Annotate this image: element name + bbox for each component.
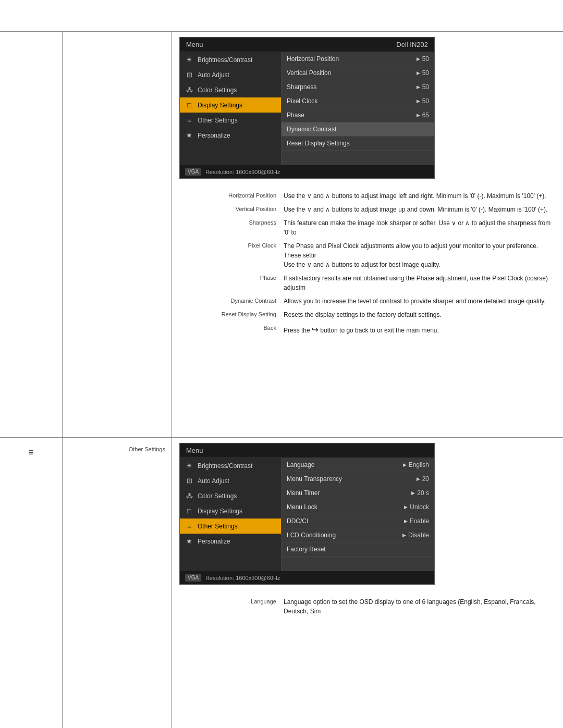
desc-label: Sharpness bbox=[179, 218, 284, 237]
osd-menu-icon: ≡ bbox=[185, 116, 193, 124]
osd-left-panel-2: ☀ Brightness/Contrast⊡ Auto Adjust⁂ Colo… bbox=[180, 458, 282, 571]
osd-right-label: Reset Display Settings bbox=[287, 140, 350, 147]
osd-menu-item[interactable]: ⁂ Color Settings bbox=[180, 82, 281, 97]
osd-menu-item[interactable]: ≡ Other Settings bbox=[180, 519, 281, 534]
osd-menu-1: Menu Dell IN202 ☀ Brightness/Contrast⊡ A… bbox=[179, 37, 435, 179]
desc-text: Use the ∨ and ∧ buttons to adjust image … bbox=[284, 205, 556, 214]
osd-menu-item[interactable]: □ Display Settings bbox=[180, 503, 281, 519]
osd-model-1: Dell IN202 bbox=[396, 41, 428, 48]
osd-right-label: Menu Lock bbox=[287, 503, 317, 511]
osd-right-label: Pixel Clock bbox=[287, 97, 317, 105]
osd-menu-icon: ★ bbox=[185, 131, 193, 139]
other-settings-section: ≡ Other Settings Menu ☀ Brightness/Contr… bbox=[0, 438, 563, 728]
osd-right-item: Horizontal Position▶ 50 bbox=[282, 52, 434, 66]
desc-label: Vertical Position bbox=[179, 205, 284, 214]
osd-right-label: Sharpness bbox=[287, 83, 316, 91]
osd-menu-label: Personalize bbox=[198, 538, 230, 545]
osd-menu-item[interactable]: ⊡ Auto Adjust bbox=[180, 67, 281, 82]
desc-text: This feature can make the image look sha… bbox=[284, 218, 556, 237]
osd-right-label: Factory Reset bbox=[287, 546, 326, 553]
osd-right-item: Vertical Position▶ 50 bbox=[282, 66, 434, 80]
osd-right-item: Phase▶ 65 bbox=[282, 108, 434, 122]
osd-menu-item[interactable]: ★ Personalize bbox=[180, 128, 281, 143]
desc-section-1: Horizontal PositionUse the ∨ and ∧ butto… bbox=[179, 189, 556, 338]
osd-menu-icon: ★ bbox=[185, 537, 193, 545]
osd-right-label: LCD Conditioning bbox=[287, 532, 336, 539]
desc-label: Horizontal Position bbox=[179, 191, 284, 201]
osd-menu-2: Menu ☀ Brightness/Contrast⊡ Auto Adjust⁂… bbox=[179, 443, 435, 585]
other-settings-icon: ≡ bbox=[28, 447, 34, 458]
osd-menu-icon: ⁂ bbox=[185, 492, 193, 500]
osd-body-2: ☀ Brightness/Contrast⊡ Auto Adjust⁂ Colo… bbox=[180, 458, 434, 571]
osd-right-panel-2: Language▶ EnglishMenu Transparency▶ 20Me… bbox=[282, 458, 434, 571]
display-settings-section: Menu Dell IN202 ☀ Brightness/Contrast⊡ A… bbox=[0, 31, 563, 438]
osd-menu-icon: ⊡ bbox=[185, 477, 193, 485]
osd-title-2: Menu bbox=[186, 447, 203, 454]
osd-menu-item[interactable]: ⁂ Color Settings bbox=[180, 488, 281, 503]
mid-col-2: Other Settings bbox=[63, 438, 172, 728]
osd-menu-label: Other Settings bbox=[198, 117, 238, 124]
osd-menu-item[interactable]: ≡ Other Settings bbox=[180, 113, 281, 128]
osd-right-label: Dynamic Contrast bbox=[287, 126, 336, 133]
desc-text: If satisfactory results are not obtained… bbox=[284, 274, 556, 292]
osd-menu-label: Color Settings bbox=[198, 87, 237, 94]
osd-footer-icon-2: VGA bbox=[185, 574, 201, 582]
osd-right-value: ▶ 50 bbox=[417, 83, 429, 91]
desc-label: Dynamic Contrast bbox=[179, 297, 284, 306]
other-settings-label: Other Settings bbox=[67, 443, 167, 455]
desc-row: Reset Display SettingResets the display … bbox=[179, 308, 556, 322]
desc-row: LanguageLanguage option to set the OSD d… bbox=[179, 595, 556, 618]
desc-row: PhaseIf satisfactory results are not obt… bbox=[179, 272, 556, 294]
desc-row: Dynamic ContrastAllows you to increase t… bbox=[179, 294, 556, 308]
left-col-2: ≡ bbox=[0, 438, 63, 728]
desc-text: Allows you to increase the level of cont… bbox=[284, 297, 556, 306]
osd-menu-icon: ⁂ bbox=[185, 86, 193, 94]
desc-label: Phase bbox=[179, 274, 284, 292]
osd-right-value: ▶ 20 s bbox=[411, 489, 429, 497]
osd-right-value: ▶ Disable bbox=[402, 532, 429, 539]
osd-right-item: Menu Lock▶ Unlock bbox=[282, 500, 434, 514]
osd-right-label: Horizontal Position bbox=[287, 55, 339, 63]
osd-right-item: Menu Transparency▶ 20 bbox=[282, 472, 434, 486]
osd-menu-item[interactable]: ☀ Brightness/Contrast bbox=[180, 458, 281, 473]
left-col-1 bbox=[0, 32, 63, 437]
osd-menu-item[interactable]: □ Display Settings bbox=[180, 97, 281, 113]
desc-text: Resets the display settings to the facto… bbox=[284, 310, 556, 319]
osd-right-panel-1: Horizontal Position▶ 50Vertical Position… bbox=[282, 52, 434, 165]
osd-title-1: Menu bbox=[186, 41, 203, 48]
osd-menu-label: Display Settings bbox=[198, 102, 242, 109]
osd-left-panel-1: ☀ Brightness/Contrast⊡ Auto Adjust⁂ Colo… bbox=[180, 52, 282, 165]
osd-right-value: ▶ 50 bbox=[417, 55, 429, 63]
osd-right-label: Phase bbox=[287, 112, 304, 119]
osd-header-2: Menu bbox=[180, 443, 434, 458]
desc-row: Horizontal PositionUse the ∨ and ∧ butto… bbox=[179, 189, 556, 203]
osd-menu-item[interactable]: ★ Personalize bbox=[180, 534, 281, 549]
osd-menu-label: Other Settings bbox=[198, 523, 238, 530]
desc-label: Back bbox=[179, 324, 284, 336]
osd-right-value: ▶ 50 bbox=[417, 97, 429, 105]
osd-menu-item[interactable]: ☀ Brightness/Contrast bbox=[180, 52, 281, 67]
right-col-1: Menu Dell IN202 ☀ Brightness/Contrast⊡ A… bbox=[172, 32, 563, 437]
desc-label: Language bbox=[179, 597, 284, 616]
osd-right-spacer bbox=[282, 557, 434, 571]
osd-menu-label: Auto Adjust bbox=[198, 71, 229, 79]
osd-right-item: Dynamic Contrast bbox=[282, 122, 434, 137]
osd-footer-1: VGA Resolution: 1600x900@60Hz bbox=[180, 165, 434, 178]
mid-col-1 bbox=[63, 32, 172, 437]
desc-row: Vertical PositionUse the ∨ and ∧ buttons… bbox=[179, 203, 556, 216]
osd-right-value: ▶ Enable bbox=[404, 517, 429, 525]
osd-right-item: Pixel Clock▶ 50 bbox=[282, 94, 434, 108]
osd-right-item: Factory Reset bbox=[282, 542, 434, 557]
osd-menu-icon: ☀ bbox=[185, 462, 193, 470]
osd-right-label: Menu Timer bbox=[287, 489, 320, 497]
osd-right-item: Menu Timer▶ 20 s bbox=[282, 486, 434, 500]
desc-label: Pixel Clock bbox=[179, 241, 284, 269]
osd-footer-icon-1: VGA bbox=[185, 168, 201, 176]
osd-menu-icon: □ bbox=[185, 507, 193, 515]
osd-menu-icon: ☀ bbox=[185, 56, 193, 64]
osd-menu-label: Display Settings bbox=[198, 508, 242, 515]
osd-right-label: DDC/CI bbox=[287, 517, 308, 525]
osd-menu-icon: ≡ bbox=[185, 522, 193, 530]
desc-text: Use the ∨ and ∧ buttons to adjust image … bbox=[284, 191, 556, 201]
osd-menu-item[interactable]: ⊡ Auto Adjust bbox=[180, 473, 281, 488]
